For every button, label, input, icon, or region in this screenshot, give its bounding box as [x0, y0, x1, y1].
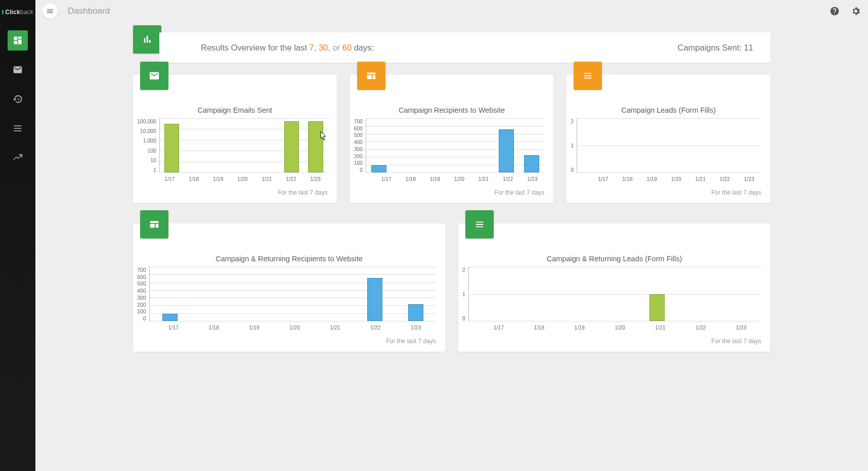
y-tick: 100 — [137, 308, 146, 314]
bar — [735, 118, 761, 172]
web-icon — [366, 70, 377, 81]
y-tick: 10,000 — [137, 128, 156, 134]
svg-rect-2 — [18, 39, 22, 44]
bar — [232, 118, 255, 172]
sidebar-item-lists[interactable] — [8, 118, 28, 138]
brand-pre: Click — [5, 9, 20, 16]
card-emails-sent: Campaign Emails Sent 100,00010,0001,0001… — [133, 75, 337, 203]
svg-rect-3 — [14, 41, 18, 44]
bar — [150, 267, 191, 321]
bar — [272, 267, 313, 321]
list-icon — [13, 123, 23, 133]
card-title: Campaign Leads (Form Fills) — [567, 106, 770, 114]
menu-toggle-button[interactable] — [42, 4, 58, 19]
card-leads: Campaign Leads (Form Fills) 210 1/171/18… — [567, 75, 770, 203]
x-tick: 1/18 — [182, 176, 206, 182]
bar — [443, 118, 468, 172]
x-tick: 1/17 — [157, 176, 182, 182]
card-row-2: Campaign & Returning Recipients to Websi… — [133, 223, 770, 352]
bar — [184, 118, 207, 172]
y-tick: 10 — [137, 157, 156, 163]
settings-button[interactable] — [851, 6, 861, 16]
x-tick: 1/18 — [399, 176, 423, 182]
card-chip — [465, 210, 494, 239]
y-tick: 0 — [354, 167, 363, 173]
y-tick: 500 — [354, 132, 363, 138]
y-tick: 400 — [137, 288, 146, 294]
overview-chip — [133, 25, 161, 54]
card-all-recipients: Campaign & Returning Recipients to Websi… — [133, 223, 445, 352]
bar-chart-icon — [142, 34, 153, 45]
x-tick: 1/18 — [615, 176, 639, 182]
days-30-link[interactable]: 30 — [319, 43, 328, 52]
bar — [630, 118, 656, 172]
bar — [417, 118, 443, 172]
bar — [366, 118, 392, 172]
y-tick: 700 — [137, 267, 146, 273]
x-tick: 1/17 — [591, 176, 615, 182]
y-tick: 1,000 — [137, 137, 156, 144]
sep1: , — [314, 43, 319, 52]
sidebar-item-trends[interactable] — [8, 148, 28, 168]
y-tick: 1 — [137, 167, 156, 173]
bar — [494, 118, 519, 172]
card-chip — [357, 62, 385, 90]
overview-prefix: Results Overview for the last — [201, 43, 310, 52]
sidebar-item-dashboard[interactable] — [8, 30, 28, 51]
card-title: Campaign Recipients to Website — [350, 106, 554, 114]
x-tick: 1/21 — [315, 324, 355, 331]
card-all-leads: Campaign & Returning Leads (Form Fills) … — [458, 223, 770, 352]
content-scroll[interactable]: Results Overview for the last 7, 30, or … — [35, 22, 868, 471]
card-title: Campaign & Returning Leads (Form Fills) — [458, 255, 770, 263]
y-tick: 0 — [137, 315, 146, 321]
x-tick: 1/23 — [520, 176, 544, 182]
x-axis: 1/171/181/191/201/211/221/23 — [157, 176, 337, 182]
x-tick: 1/22 — [680, 324, 721, 331]
y-tick: 700 — [354, 118, 363, 124]
x-tick: 1/17 — [374, 176, 399, 182]
x-tick: 1/20 — [230, 176, 254, 182]
bar — [577, 118, 603, 172]
bar — [603, 118, 630, 172]
x-tick: 1/21 — [471, 176, 496, 182]
bar — [719, 267, 761, 321]
x-axis: 1/171/181/191/201/211/221/23 — [374, 176, 554, 182]
y-tick: 400 — [354, 139, 363, 145]
y-tick: 200 — [137, 302, 146, 308]
chart: 210 — [458, 267, 770, 321]
topbar: Dashboard — [35, 0, 868, 22]
y-tick: 500 — [137, 280, 146, 287]
card-footer: For the last 7 days — [133, 331, 445, 352]
bar — [656, 118, 682, 172]
bar — [709, 118, 735, 172]
x-tick: 1/19 — [423, 176, 447, 182]
chart: 210 — [567, 118, 770, 173]
card-chip — [574, 62, 602, 90]
help-button[interactable] — [830, 6, 840, 16]
days-60-link[interactable]: 60 — [342, 43, 352, 52]
sidebar-item-history[interactable] — [8, 89, 28, 109]
y-tick: 0 — [571, 167, 574, 173]
x-tick: 1/20 — [600, 324, 640, 331]
campaigns-label: Campaigns Sent: — [677, 43, 744, 52]
bar — [392, 118, 417, 172]
card-footer: For the last 7 days — [458, 331, 770, 352]
web-icon — [149, 219, 160, 230]
card-footer: For the last 7 days — [567, 182, 770, 203]
y-tick: 2 — [462, 267, 465, 273]
history-icon — [13, 94, 23, 104]
bar — [280, 118, 303, 172]
bar — [313, 267, 354, 321]
page-title: Dashboard — [68, 6, 830, 16]
x-tick: 1/22 — [713, 176, 737, 182]
form-icon — [474, 219, 485, 230]
bar — [678, 267, 720, 321]
x-tick: 1/17 — [479, 324, 519, 331]
sidebar-item-email[interactable] — [8, 60, 28, 80]
card-footer: For the last 7 days — [350, 182, 554, 203]
y-tick: 0 — [462, 315, 465, 321]
x-tick: 1/21 — [254, 176, 279, 182]
days-7-link[interactable]: 7 — [310, 43, 314, 52]
bar — [160, 118, 184, 172]
y-tick: 1 — [462, 291, 465, 297]
